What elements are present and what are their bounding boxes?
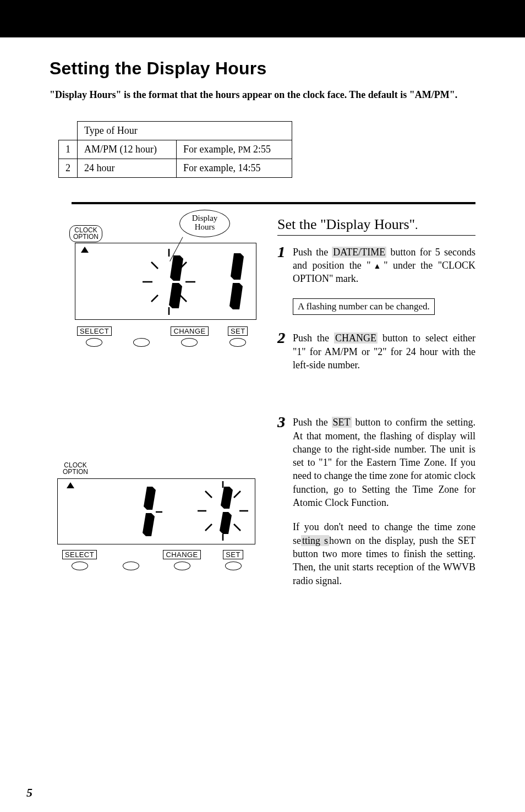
top-black-bar bbox=[0, 0, 525, 37]
svg-line-7 bbox=[180, 295, 187, 302]
change-button[interactable]: CHANGE bbox=[171, 326, 208, 347]
hour-type-table: Type of Hour 1 AM/PM (12 hour) For examp… bbox=[58, 121, 292, 178]
intro-text: "Display Hours" is the format that the h… bbox=[50, 89, 475, 101]
step-number-icon: 1 bbox=[277, 244, 289, 260]
seven-seg-right-1 bbox=[213, 249, 251, 315]
svg-marker-13 bbox=[143, 513, 155, 536]
unlabeled-button[interactable]: X bbox=[112, 550, 150, 571]
svg-line-22 bbox=[234, 524, 240, 531]
svg-marker-12 bbox=[144, 487, 156, 510]
set-button-ref: SET bbox=[332, 417, 352, 428]
step-3: 3 Push the SET button to confirm the set… bbox=[277, 416, 475, 509]
display-hours-callout: Display Hours bbox=[179, 210, 230, 237]
cursor-triangle-icon bbox=[81, 247, 89, 253]
seven-seg-right-1 bbox=[190, 481, 256, 542]
clock-option-label: CLOCK OPTION bbox=[69, 225, 102, 242]
set-button[interactable]: SET bbox=[214, 550, 252, 571]
seven-seg-left-1 bbox=[130, 249, 207, 315]
svg-marker-8 bbox=[170, 255, 183, 281]
set-button[interactable]: SET bbox=[222, 326, 254, 347]
cursor-triangle-icon bbox=[67, 482, 74, 488]
date-time-button-ref: DATE/TIME bbox=[332, 247, 386, 258]
svg-marker-9 bbox=[169, 283, 182, 308]
instructions-title: Set the "Display Hours". bbox=[277, 216, 475, 233]
flashing-note: A flashing number can be changed. bbox=[293, 298, 435, 315]
section-divider bbox=[72, 202, 475, 204]
change-button[interactable]: CHANGE bbox=[163, 550, 201, 571]
svg-marker-23 bbox=[221, 487, 233, 509]
unlabeled-button[interactable]: X bbox=[125, 326, 157, 347]
seven-seg-left-1 bbox=[129, 484, 162, 539]
clock-diagram-1: Display Hours CLOCK OPTION bbox=[54, 216, 263, 359]
page-number: 5 bbox=[26, 786, 32, 800]
change-button-ref: CHANGE bbox=[334, 333, 378, 344]
table-row: 1 AM/PM (12 hour) For example, PM 2:55 bbox=[59, 140, 292, 159]
step-number-icon: 3 bbox=[277, 415, 289, 430]
svg-line-6 bbox=[151, 295, 158, 302]
svg-line-21 bbox=[205, 524, 212, 531]
followup-paragraph: If you don't need to change the time zon… bbox=[293, 520, 475, 587]
step-2: 2 Push the CHANGE button to select eithe… bbox=[277, 331, 475, 372]
svg-line-20 bbox=[234, 491, 240, 498]
clock-diagram-2: CLOCK OPTION bbox=[54, 464, 263, 574]
table-row: 2 24 hour For example, 14:55 bbox=[59, 159, 292, 177]
svg-marker-10 bbox=[231, 253, 244, 280]
clock-option-label: CLOCK OPTION bbox=[63, 462, 88, 476]
select-button[interactable]: SELECT bbox=[77, 326, 112, 347]
step-number-icon: 2 bbox=[277, 330, 289, 346]
select-button[interactable]: SELECT bbox=[61, 550, 99, 571]
svg-line-19 bbox=[205, 491, 212, 498]
title-underline bbox=[277, 235, 475, 236]
table-header: Type of Hour bbox=[78, 121, 292, 140]
up-triangle-icon: ▲ bbox=[371, 262, 384, 270]
svg-marker-11 bbox=[229, 283, 243, 309]
svg-marker-24 bbox=[220, 512, 232, 534]
step-1: 1 Push the DATE/TIME button for 5 second… bbox=[277, 246, 475, 286]
svg-line-4 bbox=[151, 262, 158, 269]
page-title: Setting the Display Hours bbox=[50, 58, 475, 79]
